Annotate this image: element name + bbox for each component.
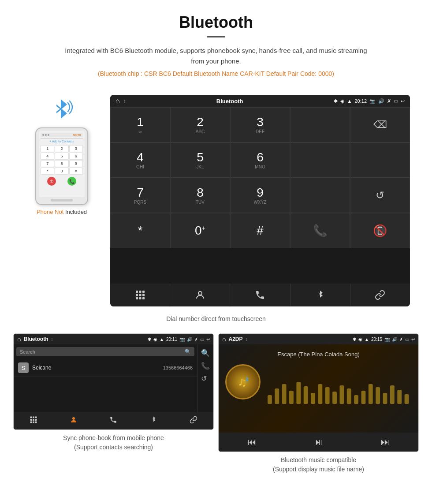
- dial-key-call[interactable]: 📞: [290, 213, 350, 248]
- dial-key-2[interactable]: 2 ABC: [170, 107, 230, 142]
- dial-key-8[interactable]: 8 TUV: [170, 178, 230, 213]
- nav-bluetooth[interactable]: [290, 284, 350, 306]
- svg-rect-30: [332, 392, 337, 404]
- svg-rect-0: [136, 291, 138, 293]
- dial-key-6[interactable]: 6 MNO: [230, 142, 290, 178]
- dial-key-4[interactable]: 4 GHI: [110, 142, 170, 178]
- music-next-btn[interactable]: ⏭: [352, 437, 418, 447]
- dial-caption: Dial number direct from touchscreen: [0, 311, 432, 327]
- svg-rect-10: [30, 417, 32, 418]
- pb-close-icon: ✗: [194, 337, 198, 342]
- pb-nav-phone[interactable]: [93, 416, 134, 426]
- svg-rect-6: [136, 297, 138, 299]
- phone-not-included-label: Phone Not Included: [37, 209, 87, 215]
- music-camera-icon: 📷: [384, 337, 390, 342]
- pb-contact-number: 13566664466: [163, 365, 193, 370]
- bottom-screenshots: ⌂ Bluetooth ↕ ✱ ◉ ▲ 20:11 📷 🔊 ✗ ▭ ↩: [0, 333, 432, 485]
- svg-rect-21: [268, 395, 272, 404]
- pb-side-refresh-icon[interactable]: ↺: [201, 374, 210, 383]
- pb-contact-letter: S: [18, 362, 29, 373]
- music-usb-icon: ↕: [245, 337, 247, 342]
- music-prev-btn[interactable]: ⏮: [219, 437, 285, 447]
- svg-rect-18: [35, 422, 37, 423]
- window-icon: ▭: [394, 98, 398, 104]
- music-screen: ⌂ A2DP ↕ ✱ ◉ ▲ 20:15 📷 🔊 ✗ ▭ ↩ Escape (: [218, 333, 419, 452]
- pb-side-phone-icon[interactable]: 📞: [201, 362, 210, 370]
- dial-key-empty-4: [290, 178, 350, 213]
- dial-key-5[interactable]: 5 JKL: [170, 142, 230, 178]
- svg-rect-28: [318, 384, 322, 404]
- svg-rect-29: [325, 387, 330, 404]
- music-back-icon[interactable]: ↩: [411, 337, 415, 342]
- svg-rect-11: [33, 417, 34, 418]
- page-description: Integrated with BC6 Bluetooth module, su…: [62, 45, 370, 67]
- dial-key-empty-2: [290, 142, 350, 178]
- nav-link[interactable]: [350, 284, 410, 306]
- dial-key-7[interactable]: 7 PQRS: [110, 178, 170, 213]
- svg-rect-8: [142, 297, 145, 299]
- dial-key-star[interactable]: *: [110, 213, 170, 248]
- dial-key-hash[interactable]: #: [230, 213, 290, 248]
- pb-camera-icon: 📷: [179, 337, 185, 342]
- pb-nav-link[interactable]: [173, 416, 213, 426]
- music-song-title: Escape (The Pina Colada Song): [277, 351, 359, 358]
- music-play-pause-btn[interactable]: ⏯: [285, 437, 352, 447]
- phone-action-row: ✆ 📞: [41, 176, 83, 187]
- phone-screen: MOTO + Add to Contacts 123 456 789 *0# ✆…: [39, 131, 85, 197]
- pb-contact-name: Seicane: [32, 365, 51, 371]
- pb-status-bar: ⌂ Bluetooth ↕ ✱ ◉ ▲ 20:11 📷 🔊 ✗ ▭ ↩: [14, 334, 213, 344]
- pb-nav-dialpad[interactable]: [14, 416, 54, 426]
- location-icon: ◉: [340, 98, 345, 104]
- svg-rect-39: [397, 390, 402, 404]
- dial-key-9[interactable]: 9 WXYZ: [230, 178, 290, 213]
- pb-side-search-icon[interactable]: 🔍: [201, 349, 210, 357]
- page-title: Bluetooth: [9, 13, 423, 32]
- svg-rect-23: [282, 384, 287, 404]
- music-sig-icon: ▲: [365, 337, 369, 342]
- svg-rect-15: [35, 419, 37, 421]
- nav-contacts[interactable]: [170, 284, 230, 306]
- title-divider: [207, 36, 225, 37]
- pb-search-bar[interactable]: Search 🔍: [16, 347, 194, 356]
- svg-rect-38: [390, 385, 395, 404]
- svg-rect-37: [383, 393, 387, 404]
- music-status-bar: ⌂ A2DP ↕ ✱ ◉ ▲ 20:15 📷 🔊 ✗ ▭ ↩: [219, 334, 418, 344]
- car-status-bar: ⌂ ↕ Bluetooth ✱ ◉ ▲ 20:12 📷 🔊 ✗ ▭ ↩: [110, 95, 410, 107]
- pb-contact-row[interactable]: S Seicane 13566664466: [14, 359, 197, 377]
- pb-search-icon[interactable]: 🔍: [185, 349, 191, 355]
- dial-key-3[interactable]: 3 DEF: [230, 107, 290, 142]
- dial-key-0[interactable]: 0+: [170, 213, 230, 248]
- pb-back-icon[interactable]: ↩: [206, 337, 210, 342]
- dial-key-end[interactable]: 📵: [350, 213, 410, 248]
- svg-rect-16: [30, 422, 32, 423]
- signal-icon: ▲: [347, 98, 352, 104]
- phonebook-screen: ⌂ Bluetooth ↕ ✱ ◉ ▲ 20:11 📷 🔊 ✗ ▭ ↩: [13, 333, 214, 430]
- svg-rect-13: [30, 419, 32, 421]
- back-icon[interactable]: ↩: [401, 98, 405, 104]
- nav-phone[interactable]: [230, 284, 290, 306]
- music-main: Escape (The Pina Colada Song) ♫: [219, 344, 418, 433]
- dial-key-backspace[interactable]: ⌫: [350, 107, 410, 142]
- pb-nav-contacts[interactable]: [54, 416, 94, 426]
- pb-usb-icon: ↕: [51, 337, 53, 342]
- nav-dialpad[interactable]: [110, 284, 170, 306]
- pb-bottom-nav: [14, 412, 213, 429]
- page-header: Bluetooth Integrated with BC6 Bluetooth …: [0, 0, 432, 90]
- music-home-icon[interactable]: ⌂: [222, 336, 226, 343]
- bluetooth-specs: (Bluetooth chip : CSR BC6 Default Blueto…: [9, 70, 423, 77]
- music-loc-icon: ◉: [358, 337, 362, 342]
- time-display: 20:12: [354, 98, 367, 104]
- svg-rect-12: [35, 417, 37, 418]
- dial-key-1[interactable]: 1 ∞: [110, 107, 170, 142]
- home-icon[interactable]: ⌂: [115, 97, 120, 105]
- pb-home-icon[interactable]: ⌂: [17, 336, 21, 343]
- svg-rect-25: [296, 382, 301, 404]
- dial-key-refresh[interactable]: ↺: [350, 178, 410, 213]
- usb-icon: ↕: [123, 98, 126, 104]
- svg-rect-2: [142, 291, 145, 293]
- svg-rect-35: [369, 384, 373, 404]
- bt-icon: ✱: [334, 98, 338, 104]
- pb-sig-icon: ▲: [160, 337, 164, 342]
- pb-nav-bluetooth[interactable]: [134, 416, 174, 426]
- svg-rect-24: [289, 391, 294, 404]
